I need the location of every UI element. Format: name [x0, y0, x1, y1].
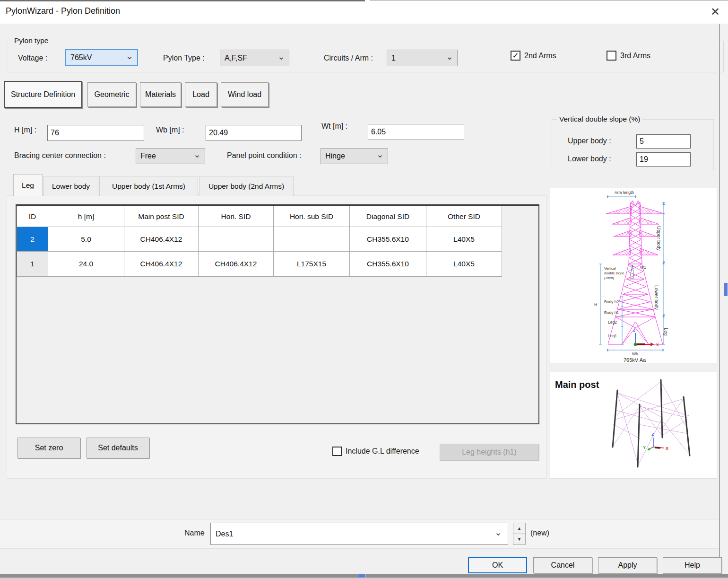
h-dim-label: H: [594, 302, 597, 307]
name-status: (new): [530, 529, 549, 537]
panel-point-value: Hinge: [325, 152, 345, 160]
pylon-type-value: A,F,SF: [225, 54, 247, 62]
upper-body-diagram-label: Upper body: [656, 226, 661, 251]
pylon-wizard-dialog: PylonWizard - Pylon Definition ✕ Pylon t…: [0, 0, 728, 579]
slope-note-1: Vertical: [604, 266, 616, 271]
slope-note-3: (2w/h): [604, 276, 614, 280]
circuits-arm-value: 1: [391, 54, 396, 62]
mp-y-label: Y: [643, 445, 646, 450]
col-diagonal-sid[interactable]: Diagonal SID: [350, 206, 426, 227]
table-header-row: ID h [m] Main post SID Hori. SID Hori. s…: [17, 206, 502, 227]
col-other-sid[interactable]: Other SID: [426, 206, 502, 227]
third-arms-checkbox[interactable]: [607, 51, 616, 61]
cell-other[interactable]: L40X5: [426, 252, 502, 277]
set-zero-button[interactable]: Set zero: [17, 438, 80, 458]
mp-z-label: Z: [651, 432, 654, 437]
slope-group-label: Vertical double slope (%): [557, 115, 642, 123]
tab-load[interactable]: Load: [185, 82, 217, 107]
pylon-diagram-panel: Arm length Upper body Lower body Leg W1 …: [550, 188, 717, 363]
cell-hori[interactable]: CH406.4X12: [199, 252, 274, 277]
voltage-select[interactable]: 765kV ⌄: [65, 49, 138, 66]
cell-hori[interactable]: [199, 227, 274, 252]
window-title: PylonWizard - Pylon Definition: [6, 6, 120, 16]
cell-main-post[interactable]: CH406.4X12: [124, 227, 199, 252]
row-id-cell[interactable]: 1: [17, 252, 48, 277]
diagram-labels: Arm length Upper body Lower body Leg W1 …: [594, 190, 668, 363]
voltage-value: 765kV: [70, 53, 92, 62]
cell-hori-sub[interactable]: [274, 227, 350, 252]
mp-x-label: X: [666, 446, 668, 451]
bottom-scrollbar-thumb[interactable]: [358, 574, 365, 578]
bracing-center-value: Free: [140, 152, 156, 160]
x-axis-label: X: [656, 342, 659, 347]
z-axis-label: Z: [633, 328, 635, 333]
panel-point-select[interactable]: Hinge ⌄: [321, 148, 388, 164]
apply-button[interactable]: Apply: [598, 557, 657, 573]
table-row: 1 24.0 CH406.4X12 CH406.4X12 L175X15 CH3…: [17, 252, 502, 277]
pylon-type-select[interactable]: A,F,SF ⌄: [220, 50, 289, 66]
cell-diagonal[interactable]: CH355.6X10: [350, 227, 426, 252]
main-post-bracing: [613, 382, 689, 465]
col-id[interactable]: ID: [17, 206, 48, 227]
diagram-axes: [634, 333, 655, 346]
gl-difference-label: Include G.L difference: [346, 447, 419, 456]
bracing-center-label: Bracing center connection :: [14, 151, 106, 160]
main-post-view: Z X Y: [550, 372, 718, 479]
spinner-up-button[interactable]: ▲: [513, 523, 526, 534]
chevron-down-icon: ⌄: [494, 530, 502, 535]
col-hori-sid[interactable]: Hori. SID: [199, 206, 274, 227]
set-defaults-button[interactable]: Set defaults: [87, 438, 149, 458]
tab-materials[interactable]: Materials: [140, 82, 181, 107]
cell-main-post[interactable]: CH406.4X12: [124, 252, 199, 277]
help-button[interactable]: Help: [663, 557, 722, 573]
spinner-down-button[interactable]: ▼: [513, 534, 526, 545]
pylon-type-label: Pylon Type :: [163, 54, 205, 62]
leg-section-table: ID h [m] Main post SID Hori. SID Hori. s…: [17, 206, 502, 277]
wb-input[interactable]: [206, 125, 302, 141]
cancel-button[interactable]: Cancel: [533, 557, 592, 573]
leg-heights-button: Leg heights (h1): [440, 444, 539, 461]
third-arms-label: 3rd Arms: [620, 52, 650, 60]
tab-upper-body-2nd-arms[interactable]: Upper body (2nd Arms): [199, 176, 294, 196]
col-h[interactable]: h [m]: [48, 206, 124, 227]
tab-wind-load[interactable]: Wind load: [221, 82, 269, 107]
gl-difference-checkbox[interactable]: [332, 447, 342, 456]
name-combo[interactable]: Des1 ⌄: [210, 523, 508, 545]
tab-upper-body-1st-arms[interactable]: Upper body (1st Arms): [99, 176, 198, 196]
cell-hori-sub[interactable]: L175X15: [274, 252, 350, 277]
leg2-label: Leg2: [608, 320, 617, 325]
chevron-down-icon: ⌄: [376, 152, 384, 157]
voltage-label: Voltage :: [18, 54, 47, 62]
chevron-down-icon: ⌄: [126, 54, 133, 59]
tab-leg[interactable]: Leg: [13, 174, 43, 196]
second-arms-checkbox[interactable]: ✓: [511, 51, 520, 61]
cell-other[interactable]: L40X5: [426, 227, 502, 252]
ok-button[interactable]: OK: [468, 557, 527, 573]
lower-body-diagram-label: Lower body: [654, 285, 659, 310]
tab-lower-body[interactable]: Lower body: [43, 176, 98, 196]
body-h1-label: Body h1: [604, 310, 619, 315]
right-scrollbar-thumb[interactable]: [724, 282, 728, 297]
lower-body-input[interactable]: [636, 152, 691, 167]
leg-diagram-label: Leg: [663, 328, 668, 336]
tab-structure-definition[interactable]: Structure Definition: [4, 81, 82, 108]
cell-diagonal[interactable]: CH355.6X10: [350, 252, 426, 277]
circuits-arm-select[interactable]: 1 ⌄: [387, 50, 458, 66]
second-arms-label: 2nd Arms: [524, 52, 556, 60]
cell-h[interactable]: 24.0: [48, 252, 124, 277]
window-top-edge: [0, 0, 365, 1]
row-id-cell-selected[interactable]: 2: [17, 227, 48, 252]
h-input[interactable]: [47, 125, 144, 141]
col-main-post-sid[interactable]: Main post SID: [124, 206, 199, 227]
upper-body-input[interactable]: [636, 134, 691, 149]
close-icon[interactable]: ✕: [707, 4, 723, 20]
col-hori-sub-sid[interactable]: Hori. sub SID: [274, 206, 350, 227]
tab-geometric[interactable]: Geometric: [87, 82, 136, 107]
leg1-label: Leg1: [608, 333, 617, 338]
bracing-center-select[interactable]: Free ⌄: [136, 148, 205, 164]
slope-note-2: double slope: [604, 271, 624, 275]
wt-label: Wt [m] :: [321, 122, 347, 131]
main-post-legs: [613, 380, 690, 467]
wt-input[interactable]: [368, 124, 464, 140]
cell-h[interactable]: 5.0: [48, 227, 124, 252]
